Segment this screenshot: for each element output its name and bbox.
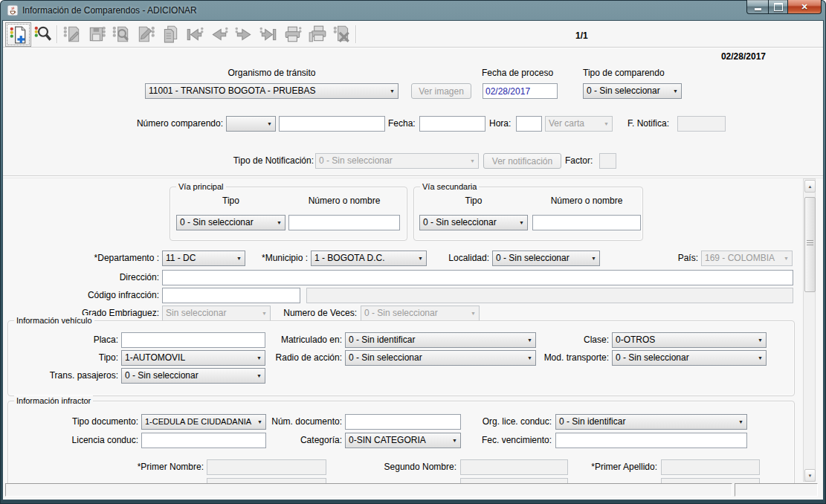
via-principal-numero-label: Número o nombre bbox=[288, 196, 400, 206]
factor-label: Factor: bbox=[565, 153, 598, 169]
via-secundaria-numero-input[interactable] bbox=[532, 215, 641, 230]
primer-nombre-label: *Primer Nombre: bbox=[100, 459, 204, 475]
arrow-down-icon: ▼ bbox=[808, 474, 813, 478]
tipo-notificacion-select: 0 - Sin seleccionar ▼ bbox=[315, 153, 479, 169]
title-bar[interactable]: Información de Comparendos - ADICIONAR ✕ bbox=[0, 0, 826, 21]
tipo-vehiculo-select[interactable]: 1-AUTOMOVIL ▼ bbox=[121, 350, 265, 366]
chevron-down-icon: ▼ bbox=[254, 369, 265, 383]
fecha-input[interactable] bbox=[419, 116, 485, 132]
numero-veces-select: 0 - Sin seleccionar ▼ bbox=[361, 306, 480, 321]
java-icon bbox=[7, 4, 19, 19]
org-lice-conduc-value: 0 - Sin identificar bbox=[556, 415, 735, 429]
primer-nombre-input bbox=[207, 459, 326, 475]
validate-button bbox=[133, 22, 158, 45]
chevron-down-icon: ▼ bbox=[264, 117, 275, 131]
search-icon bbox=[112, 25, 131, 44]
placa-input[interactable] bbox=[121, 332, 265, 348]
tipo-vehiculo-label: Tipo: bbox=[48, 350, 118, 366]
licencia-conduc-label: Licencia conduc: bbox=[66, 433, 138, 448]
delete-record-button bbox=[329, 22, 354, 45]
numero-comparendo-input[interactable] bbox=[279, 116, 385, 132]
next-record-icon bbox=[234, 25, 254, 44]
modify-icon bbox=[62, 25, 82, 44]
radio-accion-label: Radio de acción: bbox=[267, 350, 342, 366]
mod-transporte-select[interactable]: 0 - Sin seleccionar ▼ bbox=[612, 350, 767, 366]
municipio-select[interactable]: 1 - BOGOTA D.C. ▼ bbox=[311, 251, 427, 266]
vertical-scrollbar[interactable]: ▲ ▼ bbox=[803, 178, 816, 482]
minimize-button[interactable] bbox=[746, 0, 768, 14]
chevron-down-icon: ▼ bbox=[735, 415, 746, 429]
tipo-documento-select[interactable]: 1-CEDULA DE CIUDADANIA ▼ bbox=[141, 414, 266, 430]
codigo-infraccion-label: Código infracción: bbox=[66, 288, 159, 303]
codigo-infraccion-input[interactable] bbox=[162, 288, 300, 303]
maximize-icon bbox=[774, 3, 783, 11]
tipo-comparendo-label: Tipo de comparendo bbox=[583, 65, 683, 81]
scroll-down-button[interactable]: ▼ bbox=[804, 469, 816, 482]
query-button[interactable] bbox=[30, 22, 55, 45]
scroll-up-button[interactable]: ▲ bbox=[804, 180, 816, 193]
clase-value: 0-OTROS bbox=[613, 333, 755, 347]
categoria-select[interactable]: 0-SIN CATEGORIA ▼ bbox=[345, 433, 461, 448]
numero-comparendo-prefix-select[interactable]: ▼ bbox=[226, 116, 276, 132]
direccion-input[interactable] bbox=[162, 270, 793, 285]
chevron-down-icon: ▼ bbox=[524, 351, 535, 365]
via-principal-legend: Vía principal bbox=[176, 181, 226, 192]
trans-pasajeros-select[interactable]: 0 - Sin seleccionar ▼ bbox=[121, 368, 265, 384]
previous-record-button bbox=[207, 22, 231, 45]
informacion-infractor-legend: Información infractor bbox=[14, 395, 93, 406]
organismo-transito-value: 11001 - TRANSITO BOGOTA - PRUEBAS bbox=[146, 84, 387, 98]
via-secundaria-tipo-select[interactable]: 0 - Sin seleccionar ▼ bbox=[419, 215, 528, 230]
clipped-field bbox=[460, 478, 568, 483]
departamento-select[interactable]: 11 - DC ▼ bbox=[162, 251, 245, 266]
chevron-down-icon: ▼ bbox=[254, 351, 265, 365]
maximize-button[interactable] bbox=[768, 0, 788, 14]
close-button[interactable]: ✕ bbox=[788, 0, 822, 14]
chevron-down-icon: ▼ bbox=[467, 154, 478, 168]
scrollbar-thumb[interactable] bbox=[804, 197, 816, 292]
chevron-down-icon: ▼ bbox=[254, 415, 265, 429]
tipo-documento-value: 1-CEDULA DE CIUDADANIA bbox=[142, 415, 254, 429]
chevron-down-icon: ▼ bbox=[516, 216, 527, 230]
categoria-label: Categoría: bbox=[293, 433, 342, 448]
hora-input[interactable] bbox=[516, 116, 542, 132]
save-icon bbox=[87, 25, 106, 44]
chevron-down-icon: ▼ bbox=[601, 117, 612, 131]
print-icon bbox=[283, 25, 303, 44]
tipo-documento-label: Tipo documento: bbox=[66, 414, 138, 430]
departamento-label: *Departamento : bbox=[48, 251, 159, 266]
matriculado-en-label: Matriculado en: bbox=[271, 332, 342, 348]
f-notifica-label: F. Notifica: bbox=[627, 116, 677, 132]
matriculado-en-select[interactable]: 0 - Sin identificar ▼ bbox=[345, 332, 536, 348]
process-date-display: 02/28/2017 bbox=[694, 49, 766, 65]
radio-accion-select[interactable]: 0 - Sin seleccionar ▼ bbox=[345, 350, 536, 366]
tipo-comparendo-value: 0 - Sin seleccionar bbox=[584, 84, 670, 98]
tipo-comparendo-select[interactable]: 0 - Sin seleccionar ▼ bbox=[583, 83, 682, 99]
localidad-select[interactable]: 0 - Sin seleccionar ▼ bbox=[492, 251, 600, 266]
fec-vencimiento-input[interactable] bbox=[555, 433, 747, 448]
matriculado-en-value: 0 - Sin identificar bbox=[346, 333, 524, 347]
search-button bbox=[109, 22, 133, 45]
clase-select[interactable]: 0-OTROS ▼ bbox=[612, 332, 767, 348]
org-lice-conduc-select[interactable]: 0 - Sin identificar ▼ bbox=[555, 414, 747, 430]
via-principal-tipo-select[interactable]: 0 - Sin seleccionar ▼ bbox=[176, 215, 285, 230]
num-documento-input[interactable] bbox=[345, 414, 461, 430]
via-secundaria-numero-label: Número o nombre bbox=[532, 196, 641, 206]
toolbar-separator bbox=[355, 25, 356, 43]
ver-carta-select: Ver carta ▼ bbox=[545, 116, 613, 132]
fec-vencimiento-label: Fec. vencimiento: bbox=[471, 433, 552, 448]
print-list-icon bbox=[308, 25, 327, 44]
first-record-icon bbox=[185, 25, 204, 44]
via-principal-tipo-label: Tipo bbox=[176, 196, 285, 206]
organismo-transito-select[interactable]: 11001 - TRANSITO BOGOTA - PRUEBAS ▼ bbox=[145, 83, 399, 99]
next-record-button bbox=[231, 22, 256, 45]
add-record-button[interactable] bbox=[5, 22, 31, 47]
departamento-value: 11 - DC bbox=[163, 251, 233, 265]
chevron-down-icon: ▼ bbox=[755, 333, 766, 347]
fecha-proceso-input[interactable] bbox=[483, 83, 558, 99]
clipped-field bbox=[661, 478, 760, 483]
f-notifica-input bbox=[677, 116, 726, 132]
via-principal-numero-input[interactable] bbox=[288, 215, 400, 230]
toolbar-separator bbox=[57, 25, 57, 43]
pais-label: País: bbox=[665, 251, 698, 266]
licencia-conduc-input[interactable] bbox=[141, 433, 266, 448]
